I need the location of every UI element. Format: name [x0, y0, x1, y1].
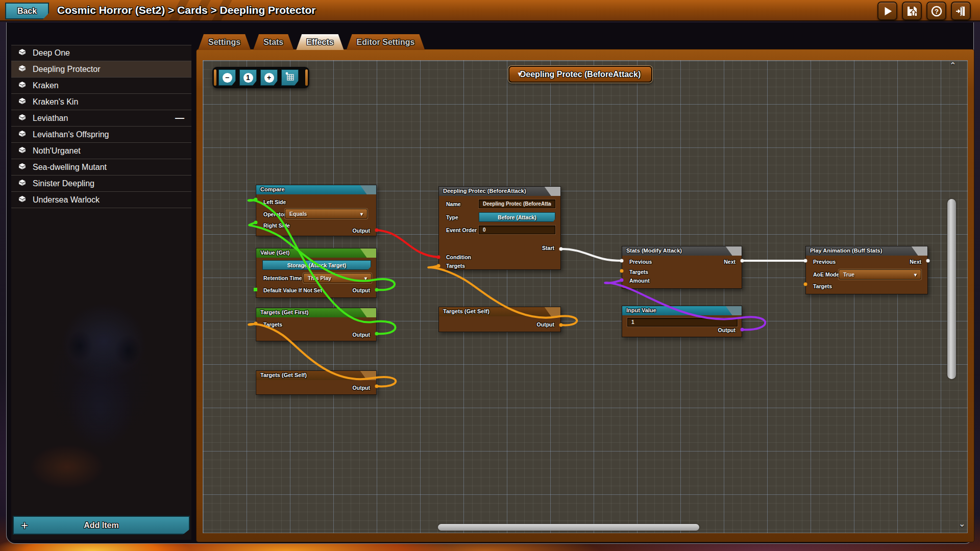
- node-graph-canvas[interactable]: − 1 + ▼ Deepling Protec (BeforeAttack): [203, 60, 968, 533]
- sidebar-item-label: Sinister Deepling: [33, 179, 94, 188]
- sidebar-item-leviathans-offspring[interactable]: Leviathan's Offspring: [11, 127, 191, 143]
- back-button[interactable]: Back: [5, 3, 49, 19]
- card-icon: [18, 48, 26, 58]
- exit-button[interactable]: [951, 2, 971, 20]
- event-selector-dropdown[interactable]: ▼ Deepling Protec (BeforeAttack): [508, 66, 652, 83]
- port-label-output: Output: [353, 228, 370, 234]
- one-icon: 1: [243, 73, 253, 83]
- node-stats-modify-attack[interactable]: Stats (Modify Attack) Previous Next Targ…: [622, 246, 742, 289]
- effects-editor-panel: − 1 + ▼ Deepling Protec (BeforeAttack): [197, 49, 974, 542]
- card-icon: [18, 97, 26, 107]
- add-item-button[interactable]: + Add Item: [13, 516, 190, 535]
- wire-flow-start-previous[interactable]: [561, 249, 622, 261]
- field-label-retention-time: Retention Time: [263, 275, 302, 281]
- type-button[interactable]: Before (Attack): [479, 212, 555, 222]
- sidebar-item-sinister-deepling[interactable]: Sinister Deepling: [11, 176, 191, 192]
- node-header[interactable]: Targets (Get Self): [439, 307, 560, 316]
- svg-text:?: ?: [935, 7, 939, 15]
- value-input[interactable]: [627, 318, 738, 327]
- node-header[interactable]: Input Value: [622, 306, 742, 315]
- name-input[interactable]: [479, 199, 555, 208]
- storage-button[interactable]: Storage (Attack Target): [262, 260, 371, 270]
- save-button[interactable]: [902, 2, 922, 20]
- field-label-event-order: Event Order: [446, 227, 477, 233]
- drag-indicator[interactable]: —: [175, 113, 184, 123]
- port-label-next: Next: [910, 259, 921, 265]
- breadcrumb: Cosmic Horror (Set2) > Cards > Deepling …: [57, 4, 315, 16]
- node-header[interactable]: Deepling Protec (BeforeAttack): [439, 187, 560, 196]
- node-play-animation[interactable]: Play Animation (Buff Stats) Previous Nex…: [805, 246, 928, 294]
- port-label-targets: Targets: [813, 283, 832, 289]
- sidebar-item-nothurganet[interactable]: Noth'Urganet: [11, 143, 191, 159]
- scroll-up-arrow[interactable]: ⌃: [949, 61, 956, 70]
- node-header[interactable]: Compare: [256, 185, 376, 194]
- zoom-in-button[interactable]: +: [260, 69, 278, 86]
- tab-stats[interactable]: Stats: [253, 34, 293, 50]
- sidebar-item-deep-one[interactable]: Deep One: [11, 45, 191, 61]
- node-header[interactable]: Targets (Get Self): [256, 371, 376, 380]
- sidebar-item-leviathan[interactable]: Leviathan —: [11, 110, 191, 127]
- node-value-get[interactable]: Value (Get) Storage (Attack Target) Rete…: [256, 248, 377, 298]
- card-icon: [18, 65, 26, 74]
- scroll-down-arrow[interactable]: ⌄: [959, 519, 965, 529]
- node-header[interactable]: Value (Get): [256, 248, 376, 258]
- zoom-out-button[interactable]: −: [218, 69, 236, 86]
- aoe-mode-dropdown[interactable]: True ▾: [839, 269, 921, 280]
- field-label-type: Type: [446, 214, 458, 220]
- port-label-previous: Previous: [813, 259, 836, 265]
- zoom-reset-button[interactable]: 1: [239, 69, 257, 86]
- port-label-amount: Amount: [629, 278, 650, 284]
- tab-settings[interactable]: Settings: [198, 34, 251, 50]
- card-icon: [18, 179, 26, 188]
- node-compare[interactable]: Compare Left Side Operator Equals ▾ Righ…: [256, 185, 377, 236]
- port-label-start: Start: [542, 245, 554, 251]
- plus-icon: +: [21, 518, 28, 533]
- node-header[interactable]: Targets (Get First): [256, 308, 376, 317]
- event-selector-label: Deepling Protec (BeforeAttack): [520, 70, 641, 79]
- port-label-output: Output: [353, 385, 370, 391]
- sidebar-item-label: Deep One: [33, 48, 70, 58]
- node-event-deepling-protec[interactable]: Deepling Protec (BeforeAttack) Name Type…: [438, 186, 561, 270]
- event-order-input[interactable]: [479, 226, 555, 234]
- chevron-down-icon: ▼: [517, 70, 523, 78]
- sidebar-item-label: Kraken's Kin: [33, 97, 78, 107]
- tab-editor-settings[interactable]: Editor Settings: [347, 34, 425, 50]
- sidebar-item-krakens-kin[interactable]: Kraken's Kin: [11, 94, 191, 110]
- node-targets-get-first[interactable]: Targets (Get First) Targets Output: [256, 308, 377, 341]
- help-button[interactable]: ?: [926, 2, 946, 20]
- node-header[interactable]: Play Animation (Buff Stats): [806, 246, 927, 256]
- sidebar-item-undersea-warlock[interactable]: Undersea Warlock: [11, 192, 191, 208]
- wire-condition[interactable]: [377, 230, 438, 257]
- sidebar-item-deepling-protector[interactable]: Deepling Protector: [11, 61, 191, 78]
- play-button[interactable]: [877, 2, 897, 20]
- field-label-operator: Operator: [263, 211, 286, 217]
- vertical-scrollbar-thumb[interactable]: [947, 199, 956, 379]
- port-label-condition: Condition: [446, 254, 471, 260]
- node-targets-get-self-b[interactable]: Targets (Get Self) Output: [438, 307, 561, 332]
- sidebar-item-sea-dwelling-mutant[interactable]: Sea-dwelling Mutant: [11, 159, 191, 176]
- graph-toolbar: − 1 +: [212, 67, 309, 88]
- grid-icon: [285, 71, 295, 84]
- card-icon: [18, 146, 26, 156]
- port-label-output: Output: [718, 327, 736, 333]
- retention-time-value: This Play: [308, 275, 331, 281]
- horizontal-scrollbar-thumb[interactable]: [438, 524, 699, 531]
- plus-icon: +: [264, 73, 274, 83]
- tab-bar: Settings Stats Effects Editor Settings: [198, 34, 425, 50]
- port-label-output: Output: [537, 321, 554, 328]
- retention-time-dropdown[interactable]: This Play ▾: [303, 273, 372, 283]
- top-bar: Back Cosmic Horror (Set2) > Cards > Deep…: [0, 0, 980, 21]
- tab-effects[interactable]: Effects: [296, 34, 344, 50]
- node-input-value[interactable]: Input Value Output: [622, 306, 742, 337]
- node-header[interactable]: Stats (Modify Attack): [622, 246, 742, 256]
- sidebar-item-label: Undersea Warlock: [33, 195, 100, 205]
- port-label-output: Output: [353, 287, 370, 293]
- port-label-output: Output: [353, 332, 370, 338]
- minus-icon: −: [223, 73, 232, 83]
- grid-snap-button[interactable]: [281, 69, 299, 86]
- operator-dropdown[interactable]: Equals ▾: [285, 209, 368, 219]
- port-label-default-value: Default Value If Not Set: [263, 287, 322, 293]
- sidebar-item-kraken[interactable]: Kraken: [11, 78, 191, 94]
- node-targets-get-self-a[interactable]: Targets (Get Self) Output: [256, 370, 377, 395]
- add-item-label: Add Item: [84, 521, 118, 530]
